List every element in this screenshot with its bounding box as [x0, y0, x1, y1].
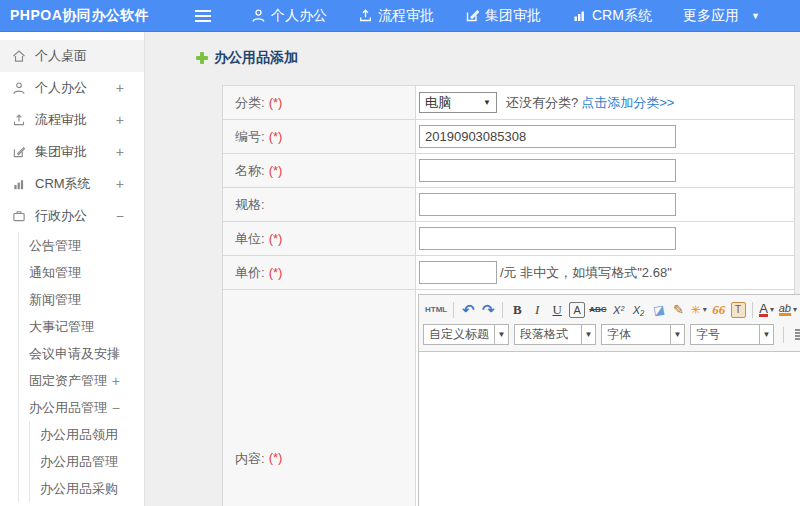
subscript-button[interactable]: X₂: [629, 300, 649, 320]
sub-item-label: 办公用品管理: [40, 453, 118, 471]
topnav-label: 流程审批: [378, 7, 434, 25]
sidebar: 个人桌面 个人办公 + 流程审批 + 集团审批 + CRM系统 + 行政办公 −…: [0, 32, 145, 506]
topnav-crm-system[interactable]: CRM系统: [566, 0, 658, 32]
expand-plus-icon: +: [116, 80, 124, 96]
topnav-group-approval[interactable]: 集团审批: [459, 0, 547, 32]
font-border-button[interactable]: A: [569, 302, 585, 318]
font-family-dropdown[interactable]: 字体▼: [601, 324, 685, 345]
custom-title-dropdown[interactable]: 自定义标题▼: [423, 324, 509, 345]
html-source-button[interactable]: HTML: [423, 300, 449, 320]
code-input[interactable]: [419, 125, 676, 148]
hamburger-menu-icon[interactable]: [195, 15, 211, 17]
form-row-price: 单价:(*) /元 非中文，如填写格式"2.68": [223, 256, 794, 290]
editor-toolbar-row2: 自定义标题▼ 段落格式▼ 字体▼ 字号▼ ∞: [423, 322, 800, 347]
sidebar-item-label: 流程审批: [35, 111, 87, 129]
editor-content-area[interactable]: [419, 351, 800, 506]
topnav-label: CRM系统: [592, 7, 652, 25]
sidebar-item-events-mgmt[interactable]: 大事记管理: [19, 313, 144, 340]
sidebar-item-personal-office[interactable]: 个人办公 +: [0, 72, 144, 104]
toolbar-separator: [453, 302, 454, 318]
user-icon: [251, 8, 266, 23]
sub-item-label: 新闻管理: [29, 291, 81, 309]
required-mark: (*): [269, 450, 283, 465]
caret-down-icon: ▾: [793, 305, 797, 314]
sidebar-item-news-mgmt[interactable]: 新闻管理: [19, 286, 144, 313]
topnav-label: 个人办公: [271, 7, 327, 25]
collapse-minus-icon: −: [112, 400, 120, 416]
price-input[interactable]: [419, 261, 497, 284]
editor-toolbar-row1: HTML ↶ ↷ B I U A ABC X² X₂ ◪ ✎ ✳▾ 66 T A…: [423, 297, 800, 322]
required-mark: (*): [269, 129, 283, 144]
unit-label: 单位:(*): [223, 222, 416, 255]
sidebar-item-group-approval[interactable]: 集团审批 +: [0, 136, 144, 168]
expand-plus-icon: +: [112, 373, 120, 389]
required-mark: (*): [269, 231, 283, 246]
sidebar-item-fixed-assets-mgmt[interactable]: 固定资产管理+: [19, 367, 144, 394]
expand-plus-icon: +: [116, 144, 124, 160]
sidebar-item-office-supplies-mgmt[interactable]: 办公用品管理−: [19, 394, 144, 421]
editor-toolbar: HTML ↶ ↷ B I U A ABC X² X₂ ◪ ✎ ✳▾ 66 T A…: [419, 295, 800, 349]
sidebar-item-crm-system[interactable]: CRM系统 +: [0, 168, 144, 200]
code-label: 编号:(*): [223, 120, 416, 153]
category-select[interactable]: 电脑 ▼: [419, 92, 497, 113]
form-row-category: 分类:(*) 电脑 ▼ 还没有分类? 点击添加分类>>: [223, 86, 794, 120]
edit-square-icon: [465, 8, 480, 23]
app-logo: PHPOA协同办公软件: [0, 7, 185, 25]
briefcase-icon: [12, 209, 26, 223]
align-left-icon: [795, 329, 800, 340]
sidebar-item-label: 个人桌面: [35, 47, 87, 65]
strikethrough-button[interactable]: ABC: [587, 300, 608, 320]
sidebar-item-supplies-manage[interactable]: 办公用品管理: [30, 448, 144, 475]
italic-button[interactable]: I: [527, 300, 547, 320]
font-color-button[interactable]: A▾: [757, 300, 777, 320]
superscript-button[interactable]: X²: [609, 300, 629, 320]
add-category-link[interactable]: 点击添加分类>>: [581, 94, 674, 112]
spec-input[interactable]: [419, 193, 676, 216]
unit-input[interactable]: [419, 227, 676, 250]
expand-plus-icon: +: [112, 346, 120, 362]
remove-format-button[interactable]: ◪: [647, 298, 670, 321]
main-content: 办公用品添加 分类:(*) 电脑 ▼ 还没有分类? 点击添加分类>> 编号:(*…: [145, 32, 800, 506]
sidebar-item-label: 个人办公: [35, 79, 87, 97]
required-mark: (*): [269, 163, 283, 178]
caret-down-icon: ▼: [759, 325, 773, 344]
bar-chart-icon: [572, 8, 587, 23]
topnav-workflow-approval[interactable]: 流程审批: [352, 0, 440, 32]
redo-button[interactable]: ↷: [478, 300, 498, 320]
doodle-button[interactable]: ✳▾: [689, 300, 709, 320]
sidebar-item-personal-desktop[interactable]: 个人桌面: [0, 40, 144, 72]
sub-item-label: 通知管理: [29, 264, 81, 282]
form-row-code: 编号:(*): [223, 120, 794, 154]
caret-down-icon: ▼: [494, 325, 508, 344]
font-size-dropdown[interactable]: 字号▼: [690, 324, 774, 345]
flow-arrow-icon: [358, 8, 373, 23]
highlight-button[interactable]: ab▾: [777, 300, 799, 320]
name-input[interactable]: [419, 159, 676, 182]
toolbar-separator: [752, 302, 753, 318]
sidebar-item-meeting-request[interactable]: 会议申请及安排+: [19, 340, 144, 367]
align-left-button[interactable]: [791, 325, 800, 345]
underline-button[interactable]: U: [547, 300, 567, 320]
sidebar-item-notice-mgmt[interactable]: 通知管理: [19, 259, 144, 286]
paste-table-button[interactable]: T: [731, 302, 746, 318]
blockquote-button[interactable]: 66: [709, 300, 729, 320]
undo-button[interactable]: ↶: [458, 300, 478, 320]
bold-button[interactable]: B: [507, 300, 527, 320]
sidebar-item-supplies-issue[interactable]: 办公用品领用: [30, 421, 144, 448]
caret-down-icon: ▼: [483, 98, 491, 107]
sidebar-item-admin-office[interactable]: 行政办公 −: [0, 200, 144, 232]
sidebar-item-announcement-mgmt[interactable]: 公告管理: [19, 232, 144, 259]
sidebar-item-supplies-purchase[interactable]: 办公用品采购: [30, 475, 144, 502]
format-brush-button[interactable]: ✎: [669, 300, 689, 320]
paragraph-format-dropdown[interactable]: 段落格式▼: [514, 324, 596, 345]
topnav-label: 集团审批: [485, 7, 541, 25]
caret-down-icon: ▼: [670, 325, 684, 344]
required-mark: (*): [269, 265, 283, 280]
topnav-more-apps[interactable]: 更多应用 ▼: [677, 0, 766, 32]
add-plus-icon: [196, 52, 208, 64]
sidebar-item-workflow-approval[interactable]: 流程审批 +: [0, 104, 144, 136]
topnav-personal-office[interactable]: 个人办公: [245, 0, 333, 32]
name-label: 名称:(*): [223, 154, 416, 187]
category-label: 分类:(*): [223, 86, 416, 119]
user-icon: [12, 81, 26, 95]
